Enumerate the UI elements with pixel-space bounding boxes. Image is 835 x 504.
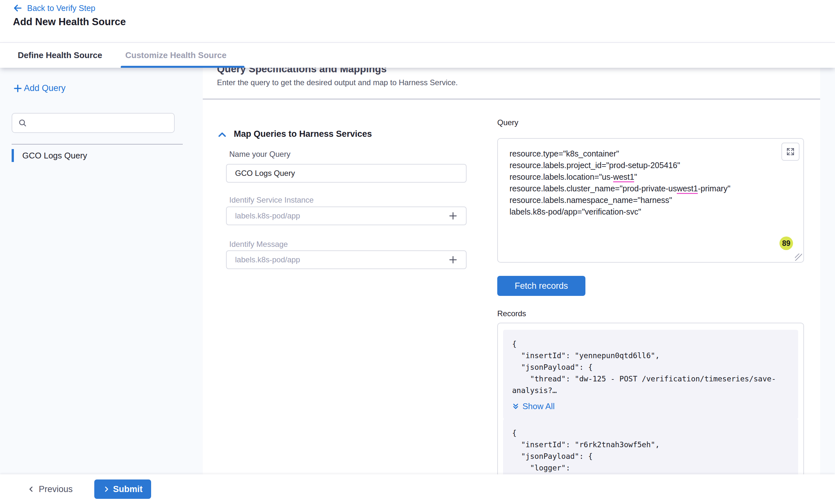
record-block: { "insertId": "r6rk2tnah3owf5eh", "jsonP… — [503, 419, 798, 474]
query-search-box[interactable] — [12, 113, 175, 133]
chevron-left-icon — [28, 486, 35, 493]
query-label: Query — [497, 118, 518, 127]
active-tab-underline — [121, 66, 244, 68]
expand-button[interactable] — [781, 143, 799, 161]
chevron-right-icon — [103, 486, 110, 493]
map-queries-title: Map Queries to Harness Services — [234, 129, 372, 139]
add-query-label: Add Query — [24, 83, 65, 93]
sidebar-divider — [12, 144, 183, 145]
name-query-label: Name your Query — [229, 150, 290, 159]
expand-icon — [786, 147, 795, 156]
query-item-label: GCO Logs Query — [22, 151, 87, 161]
record-block: { "insertId": "yennepun0qtd6ll6", "jsonP… — [503, 330, 798, 419]
header: Back to Verify Step Add New Health Sourc… — [0, 0, 835, 42]
tab-define-health-source[interactable]: Define Health Source — [18, 43, 102, 68]
tab-bar: Define Health Source Customize Health So… — [0, 42, 835, 68]
previous-button[interactable]: Previous — [28, 474, 73, 504]
identify-message-label: Identify Message — [229, 240, 288, 249]
back-link-label: Back to Verify Step — [27, 3, 95, 13]
back-link[interactable]: Back to Verify Step — [13, 3, 95, 13]
service-instance-label: Identify Service Instance — [229, 195, 313, 205]
selected-indicator — [12, 149, 14, 162]
add-service-instance-button[interactable] — [447, 210, 459, 222]
page-title: Add New Health Source — [13, 16, 126, 28]
section-divider — [203, 99, 820, 99]
chevron-double-down-icon — [512, 403, 519, 411]
query-sidebar: Add Query GCO Logs Query — [0, 68, 203, 474]
search-icon — [18, 119, 27, 127]
show-all-label: Show All — [523, 401, 555, 412]
search-input[interactable] — [32, 119, 168, 127]
identify-message-placeholder: labels.k8s-pod/app — [235, 255, 447, 264]
fetch-records-button[interactable]: Fetch records — [497, 276, 585, 296]
records-panel: { "insertId": "yennepun0qtd6ll6", "jsonP… — [497, 323, 804, 474]
collapse-chevron-icon[interactable] — [217, 130, 227, 140]
query-editor[interactable]: resource.type="k8s_container"resource.la… — [497, 138, 804, 262]
record-text: { "insertId": "r6rk2tnah3owf5eh", "jsonP… — [512, 427, 789, 474]
arrow-left-icon — [13, 3, 23, 13]
submit-button[interactable]: Submit — [94, 480, 151, 499]
submit-label: Submit — [113, 484, 143, 494]
show-all-button[interactable]: Show All — [512, 401, 555, 412]
identify-message-input[interactable]: labels.k8s-pod/app — [226, 250, 467, 269]
section-subtitle: Enter the query to get the desired outpu… — [217, 78, 458, 87]
name-query-input[interactable] — [226, 164, 467, 183]
plus-icon — [13, 84, 23, 93]
service-instance-input[interactable]: labels.k8s-pod/app — [226, 207, 467, 225]
tab-customize-health-source[interactable]: Customize Health Source — [125, 43, 227, 68]
add-message-button[interactable] — [447, 254, 459, 266]
records-label: Records — [497, 309, 526, 318]
query-list-item[interactable]: GCO Logs Query — [12, 148, 87, 163]
query-text[interactable]: resource.type="k8s_container"resource.la… — [510, 148, 774, 217]
content-area: Add Query GCO Logs Query Query Specifica… — [0, 68, 835, 474]
footer-bar: Previous Submit — [0, 474, 835, 504]
service-instance-placeholder: labels.k8s-pod/app — [235, 211, 447, 220]
plus-icon — [448, 211, 458, 221]
previous-label: Previous — [39, 484, 73, 494]
section-title: Query Specifications and Mappings — [217, 68, 387, 75]
plus-icon — [448, 255, 458, 265]
char-count-badge: 89 — [779, 236, 793, 250]
resize-handle[interactable] — [795, 254, 802, 261]
add-query-button[interactable]: Add Query — [13, 83, 65, 93]
main-panel: Query Specifications and Mappings Enter … — [203, 68, 820, 474]
record-text: { "insertId": "yennepun0qtd6ll6", "jsonP… — [512, 338, 789, 396]
